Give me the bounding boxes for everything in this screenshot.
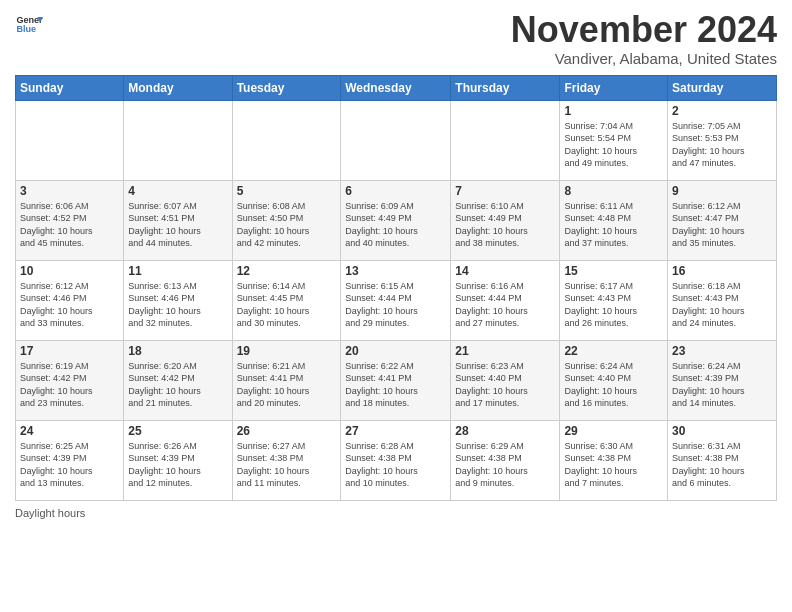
day-number-2: 2 (672, 104, 772, 118)
day-info-14: Sunrise: 6:16 AM Sunset: 4:44 PM Dayligh… (455, 280, 555, 330)
day-cell-1-4: 7Sunrise: 6:10 AM Sunset: 4:49 PM Daylig… (451, 180, 560, 260)
day-info-24: Sunrise: 6:25 AM Sunset: 4:39 PM Dayligh… (20, 440, 119, 490)
day-number-29: 29 (564, 424, 663, 438)
day-cell-0-4 (451, 100, 560, 180)
daylight-hours-label: Daylight hours (15, 507, 85, 519)
day-number-5: 5 (237, 184, 337, 198)
logo-icon: General Blue (15, 10, 43, 38)
day-info-13: Sunrise: 6:15 AM Sunset: 4:44 PM Dayligh… (345, 280, 446, 330)
day-info-8: Sunrise: 6:11 AM Sunset: 4:48 PM Dayligh… (564, 200, 663, 250)
day-info-17: Sunrise: 6:19 AM Sunset: 4:42 PM Dayligh… (20, 360, 119, 410)
week-row-5: 24Sunrise: 6:25 AM Sunset: 4:39 PM Dayli… (16, 420, 777, 500)
day-info-20: Sunrise: 6:22 AM Sunset: 4:41 PM Dayligh… (345, 360, 446, 410)
day-cell-2-0: 10Sunrise: 6:12 AM Sunset: 4:46 PM Dayli… (16, 260, 124, 340)
day-cell-3-6: 23Sunrise: 6:24 AM Sunset: 4:39 PM Dayli… (668, 340, 777, 420)
day-info-16: Sunrise: 6:18 AM Sunset: 4:43 PM Dayligh… (672, 280, 772, 330)
day-number-13: 13 (345, 264, 446, 278)
day-info-12: Sunrise: 6:14 AM Sunset: 4:45 PM Dayligh… (237, 280, 337, 330)
week-row-1: 1Sunrise: 7:04 AM Sunset: 5:54 PM Daylig… (16, 100, 777, 180)
footer: Daylight hours (15, 507, 777, 519)
day-info-27: Sunrise: 6:28 AM Sunset: 4:38 PM Dayligh… (345, 440, 446, 490)
week-row-4: 17Sunrise: 6:19 AM Sunset: 4:42 PM Dayli… (16, 340, 777, 420)
day-cell-4-3: 27Sunrise: 6:28 AM Sunset: 4:38 PM Dayli… (341, 420, 451, 500)
day-info-4: Sunrise: 6:07 AM Sunset: 4:51 PM Dayligh… (128, 200, 227, 250)
day-cell-0-0 (16, 100, 124, 180)
calendar: Sunday Monday Tuesday Wednesday Thursday… (15, 75, 777, 501)
svg-text:Blue: Blue (16, 24, 36, 34)
title-block: November 2024 Vandiver, Alabama, United … (511, 10, 777, 67)
day-cell-2-6: 16Sunrise: 6:18 AM Sunset: 4:43 PM Dayli… (668, 260, 777, 340)
day-cell-4-6: 30Sunrise: 6:31 AM Sunset: 4:38 PM Dayli… (668, 420, 777, 500)
day-info-15: Sunrise: 6:17 AM Sunset: 4:43 PM Dayligh… (564, 280, 663, 330)
day-number-24: 24 (20, 424, 119, 438)
day-number-9: 9 (672, 184, 772, 198)
col-saturday: Saturday (668, 75, 777, 100)
day-cell-4-0: 24Sunrise: 6:25 AM Sunset: 4:39 PM Dayli… (16, 420, 124, 500)
day-cell-0-5: 1Sunrise: 7:04 AM Sunset: 5:54 PM Daylig… (560, 100, 668, 180)
day-cell-0-2 (232, 100, 341, 180)
day-cell-1-2: 5Sunrise: 6:08 AM Sunset: 4:50 PM Daylig… (232, 180, 341, 260)
week-row-3: 10Sunrise: 6:12 AM Sunset: 4:46 PM Dayli… (16, 260, 777, 340)
col-sunday: Sunday (16, 75, 124, 100)
week-row-2: 3Sunrise: 6:06 AM Sunset: 4:52 PM Daylig… (16, 180, 777, 260)
month-title: November 2024 (511, 10, 777, 50)
day-cell-4-5: 29Sunrise: 6:30 AM Sunset: 4:38 PM Dayli… (560, 420, 668, 500)
day-number-4: 4 (128, 184, 227, 198)
day-cell-2-3: 13Sunrise: 6:15 AM Sunset: 4:44 PM Dayli… (341, 260, 451, 340)
day-info-26: Sunrise: 6:27 AM Sunset: 4:38 PM Dayligh… (237, 440, 337, 490)
day-info-28: Sunrise: 6:29 AM Sunset: 4:38 PM Dayligh… (455, 440, 555, 490)
col-monday: Monday (124, 75, 232, 100)
day-number-10: 10 (20, 264, 119, 278)
day-cell-0-1 (124, 100, 232, 180)
logo: General Blue (15, 10, 43, 38)
day-cell-2-4: 14Sunrise: 6:16 AM Sunset: 4:44 PM Dayli… (451, 260, 560, 340)
day-info-11: Sunrise: 6:13 AM Sunset: 4:46 PM Dayligh… (128, 280, 227, 330)
day-info-23: Sunrise: 6:24 AM Sunset: 4:39 PM Dayligh… (672, 360, 772, 410)
day-cell-4-4: 28Sunrise: 6:29 AM Sunset: 4:38 PM Dayli… (451, 420, 560, 500)
day-info-19: Sunrise: 6:21 AM Sunset: 4:41 PM Dayligh… (237, 360, 337, 410)
day-cell-4-2: 26Sunrise: 6:27 AM Sunset: 4:38 PM Dayli… (232, 420, 341, 500)
col-friday: Friday (560, 75, 668, 100)
day-number-6: 6 (345, 184, 446, 198)
day-info-21: Sunrise: 6:23 AM Sunset: 4:40 PM Dayligh… (455, 360, 555, 410)
day-cell-1-5: 8Sunrise: 6:11 AM Sunset: 4:48 PM Daylig… (560, 180, 668, 260)
day-number-25: 25 (128, 424, 227, 438)
day-info-18: Sunrise: 6:20 AM Sunset: 4:42 PM Dayligh… (128, 360, 227, 410)
day-number-18: 18 (128, 344, 227, 358)
day-number-16: 16 (672, 264, 772, 278)
day-info-2: Sunrise: 7:05 AM Sunset: 5:53 PM Dayligh… (672, 120, 772, 170)
day-cell-3-1: 18Sunrise: 6:20 AM Sunset: 4:42 PM Dayli… (124, 340, 232, 420)
day-number-7: 7 (455, 184, 555, 198)
day-info-6: Sunrise: 6:09 AM Sunset: 4:49 PM Dayligh… (345, 200, 446, 250)
day-info-5: Sunrise: 6:08 AM Sunset: 4:50 PM Dayligh… (237, 200, 337, 250)
day-number-22: 22 (564, 344, 663, 358)
day-cell-3-4: 21Sunrise: 6:23 AM Sunset: 4:40 PM Dayli… (451, 340, 560, 420)
day-cell-2-1: 11Sunrise: 6:13 AM Sunset: 4:46 PM Dayli… (124, 260, 232, 340)
day-number-27: 27 (345, 424, 446, 438)
col-tuesday: Tuesday (232, 75, 341, 100)
day-number-12: 12 (237, 264, 337, 278)
day-info-25: Sunrise: 6:26 AM Sunset: 4:39 PM Dayligh… (128, 440, 227, 490)
day-number-30: 30 (672, 424, 772, 438)
day-number-20: 20 (345, 344, 446, 358)
day-number-17: 17 (20, 344, 119, 358)
day-number-8: 8 (564, 184, 663, 198)
day-cell-1-1: 4Sunrise: 6:07 AM Sunset: 4:51 PM Daylig… (124, 180, 232, 260)
day-info-3: Sunrise: 6:06 AM Sunset: 4:52 PM Dayligh… (20, 200, 119, 250)
day-info-29: Sunrise: 6:30 AM Sunset: 4:38 PM Dayligh… (564, 440, 663, 490)
col-thursday: Thursday (451, 75, 560, 100)
day-info-9: Sunrise: 6:12 AM Sunset: 4:47 PM Dayligh… (672, 200, 772, 250)
day-cell-0-3 (341, 100, 451, 180)
day-info-30: Sunrise: 6:31 AM Sunset: 4:38 PM Dayligh… (672, 440, 772, 490)
day-cell-3-0: 17Sunrise: 6:19 AM Sunset: 4:42 PM Dayli… (16, 340, 124, 420)
day-cell-3-2: 19Sunrise: 6:21 AM Sunset: 4:41 PM Dayli… (232, 340, 341, 420)
day-cell-0-6: 2Sunrise: 7:05 AM Sunset: 5:53 PM Daylig… (668, 100, 777, 180)
day-number-11: 11 (128, 264, 227, 278)
calendar-header-row: Sunday Monday Tuesday Wednesday Thursday… (16, 75, 777, 100)
day-number-3: 3 (20, 184, 119, 198)
day-number-15: 15 (564, 264, 663, 278)
day-cell-3-5: 22Sunrise: 6:24 AM Sunset: 4:40 PM Dayli… (560, 340, 668, 420)
header: General Blue November 2024 Vandiver, Ala… (15, 10, 777, 67)
day-number-21: 21 (455, 344, 555, 358)
day-info-10: Sunrise: 6:12 AM Sunset: 4:46 PM Dayligh… (20, 280, 119, 330)
